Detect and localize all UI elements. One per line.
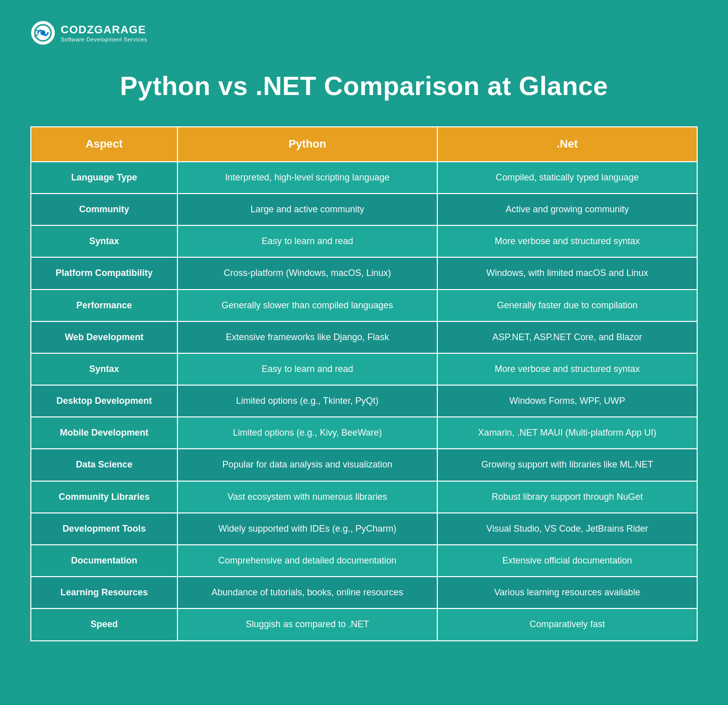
table-row: Language TypeInterpreted, high-level scr… [31, 162, 697, 194]
table-row: SpeedSluggish as compared to .NETCompara… [31, 608, 697, 640]
aspect-cell: Community [31, 194, 177, 225]
header-aspect: Aspect [31, 127, 177, 162]
aspect-cell: Speed [31, 608, 177, 640]
dotnet-cell: Comparatively fast [437, 608, 697, 640]
table-row: Data SciencePopular for data analysis an… [31, 449, 697, 481]
table-row: Desktop DevelopmentLimited options (e.g.… [31, 385, 697, 417]
python-cell: Comprehensive and detailed documentation [177, 545, 437, 577]
table-row: Web DevelopmentExtensive frameworks like… [31, 321, 697, 353]
svg-point-2 [40, 30, 46, 35]
table-row: Development ToolsWidely supported with I… [31, 513, 697, 545]
table-row: Platform CompatibilityCross-platform (Wi… [31, 257, 697, 289]
table-row: SyntaxEasy to learn and readMore verbose… [31, 225, 697, 257]
python-cell: Limited options (e.g., Tkinter, PyQt) [177, 385, 437, 417]
logo-container: CODZGARAGE Software Development Services [30, 20, 147, 45]
python-cell: Easy to learn and read [177, 353, 437, 385]
table-header-row: Aspect Python .Net [31, 127, 697, 162]
python-cell: Sluggish as compared to .NET [177, 608, 437, 640]
dotnet-cell: ASP.NET, ASP.NET Core, and Blazor [437, 321, 697, 353]
table-row: Mobile DevelopmentLimited options (e.g.,… [31, 417, 697, 449]
page-title: Python vs .NET Comparison at Glance [30, 71, 698, 101]
dotnet-cell: Compiled, statically typed language [437, 162, 697, 194]
dotnet-cell: Robust library support through NuGet [437, 481, 697, 513]
table-row: Community LibrariesVast ecosystem with n… [31, 481, 697, 513]
aspect-cell: Data Science [31, 449, 177, 481]
dotnet-cell: Active and growing community [437, 194, 697, 225]
python-cell: Extensive frameworks like Django, Flask [177, 321, 437, 353]
aspect-cell: Documentation [31, 545, 177, 577]
python-cell: Limited options (e.g., Kivy, BeeWare) [177, 417, 437, 449]
dotnet-cell: Visual Studio, VS Code, JetBrains Rider [437, 513, 697, 545]
python-cell: Popular for data analysis and visualizat… [177, 449, 437, 481]
logo-icon [30, 20, 56, 45]
dotnet-cell: Xamarin, .NET MAUI (Multi-platform App U… [437, 417, 697, 449]
table-row: DocumentationComprehensive and detailed … [31, 545, 697, 577]
python-cell: Abundance of tutorials, books, online re… [177, 577, 437, 608]
aspect-cell: Language Type [31, 162, 177, 194]
aspect-cell: Desktop Development [31, 385, 177, 417]
aspect-cell: Syntax [31, 225, 177, 257]
header-python: Python [177, 127, 437, 162]
python-cell: Interpreted, high-level scripting langua… [177, 162, 437, 194]
aspect-cell: Community Libraries [31, 481, 177, 513]
dotnet-cell: More verbose and structured syntax [437, 225, 697, 257]
table-row: CommunityLarge and active communityActiv… [31, 194, 697, 225]
aspect-cell: Development Tools [31, 513, 177, 545]
table-row: SyntaxEasy to learn and readMore verbose… [31, 353, 697, 385]
python-cell: Easy to learn and read [177, 225, 437, 257]
python-cell: Generally slower than compiled languages [177, 290, 437, 321]
table-row: Learning ResourcesAbundance of tutorials… [31, 577, 697, 608]
python-cell: Cross-platform (Windows, macOS, Linux) [177, 257, 437, 289]
dotnet-cell: Windows Forms, WPF, UWP [437, 385, 697, 417]
dotnet-cell: Growing support with libraries like ML.N… [437, 449, 697, 481]
aspect-cell: Web Development [31, 321, 177, 353]
aspect-cell: Syntax [31, 353, 177, 385]
python-cell: Large and active community [177, 194, 437, 225]
header: CODZGARAGE Software Development Services [30, 20, 698, 45]
aspect-cell: Performance [31, 290, 177, 321]
comparison-table: Aspect Python .Net Language TypeInterpre… [30, 126, 698, 641]
dotnet-cell: Extensive official documentation [437, 545, 697, 577]
aspect-cell: Platform Compatibility [31, 257, 177, 289]
python-cell: Widely supported with IDEs (e.g., PyChar… [177, 513, 437, 545]
aspect-cell: Learning Resources [31, 577, 177, 608]
dotnet-cell: Various learning resources available [437, 577, 697, 608]
aspect-cell: Mobile Development [31, 417, 177, 449]
dotnet-cell: Windows, with limited macOS and Linux [437, 257, 697, 289]
dotnet-cell: More verbose and structured syntax [437, 353, 697, 385]
dotnet-cell: Generally faster due to compilation [437, 290, 697, 321]
table-row: PerformanceGenerally slower than compile… [31, 290, 697, 321]
header-dotnet: .Net [437, 127, 697, 162]
logo-name: CODZGARAGE [61, 23, 147, 36]
logo-subtitle: Software Development Services [61, 36, 147, 42]
logo-text: CODZGARAGE Software Development Services [61, 23, 147, 42]
python-cell: Vast ecosystem with numerous libraries [177, 481, 437, 513]
